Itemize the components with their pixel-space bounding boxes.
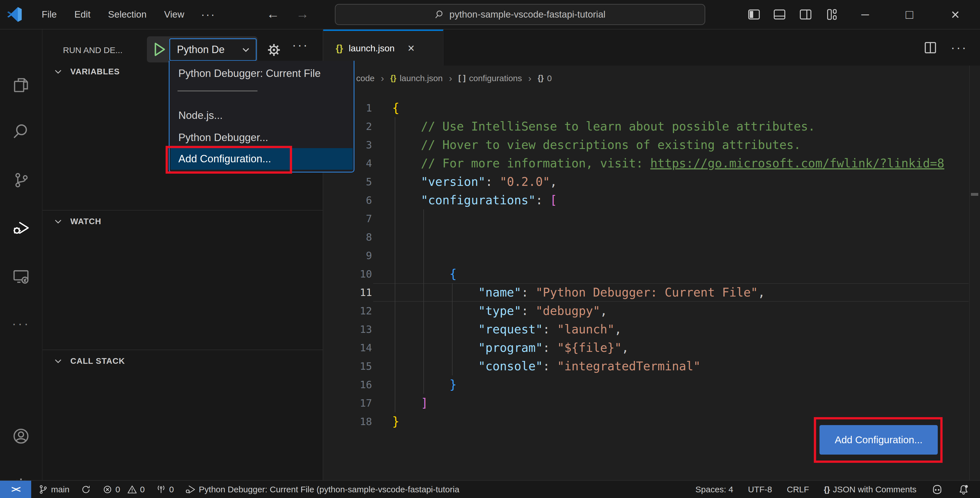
menu-more-icon[interactable]: ··· xyxy=(193,8,224,21)
config-option-node-js[interactable]: Node.js... xyxy=(170,105,353,125)
remote-explorer-icon[interactable] xyxy=(0,260,42,294)
run-and-debug-icon[interactable] xyxy=(0,211,42,245)
eol-item[interactable]: CRLF xyxy=(787,485,809,494)
toggle-secondary-sidebar-icon[interactable] xyxy=(796,0,816,29)
minimize-icon[interactable]: ─ xyxy=(855,0,875,29)
editor-actions: ··· xyxy=(924,30,967,65)
git-branch-item[interactable]: main xyxy=(38,484,70,495)
brackets-icon: [ ] xyxy=(458,74,466,83)
code-line[interactable]: 11"name": "Python Debugger: Current File… xyxy=(323,283,980,302)
code-token: : xyxy=(543,341,557,355)
line-number[interactable]: 17 xyxy=(323,394,372,412)
annotation-red-box-dropdown xyxy=(165,146,292,174)
toggle-panel-icon[interactable] xyxy=(770,0,789,29)
status-bar-left: main 0 0 0 xyxy=(38,481,460,498)
line-content: { xyxy=(392,99,399,117)
breadcrumb-item-launch-json[interactable]: {}launch.json xyxy=(390,73,443,83)
tab-launch-json[interactable]: {} launch.json × xyxy=(323,30,444,65)
code-line[interactable]: 6"configurations": [ xyxy=(323,191,980,209)
code-line[interactable]: 1{ xyxy=(323,99,980,117)
line-number[interactable]: 18 xyxy=(323,412,372,431)
line-number[interactable]: 16 xyxy=(323,375,372,394)
code-line[interactable]: 14"program": "${file}", xyxy=(323,338,980,357)
open-launch-json-gear-icon[interactable] xyxy=(266,42,282,58)
line-number[interactable]: 5 xyxy=(323,172,372,191)
forward-arrow[interactable]: → xyxy=(293,0,312,29)
code-line[interactable]: 3// Hover to view descriptions of existi… xyxy=(323,136,980,154)
line-number[interactable]: 11 xyxy=(323,283,372,302)
search-icon[interactable] xyxy=(0,114,42,148)
line-number[interactable]: 10 xyxy=(323,265,372,283)
encoding-item[interactable]: UTF-8 xyxy=(748,485,772,494)
code-line[interactable]: 17] xyxy=(323,394,980,412)
toggle-sidebar-icon[interactable] xyxy=(744,0,764,29)
problems-item[interactable]: 0 0 xyxy=(102,484,145,495)
more-icon[interactable]: ··· xyxy=(0,306,42,340)
line-number[interactable]: 7 xyxy=(323,209,372,228)
debug-status-item[interactable]: Python Debugger: Current File (python-sa… xyxy=(185,484,460,495)
menu-edit[interactable]: Edit xyxy=(65,5,99,24)
line-number[interactable]: 9 xyxy=(323,246,372,265)
config-option-python-debugger-current-file[interactable]: Python Debugger: Current File xyxy=(170,64,353,83)
code-token: "version" xyxy=(421,175,485,189)
editor-tab-bar: {} launch.json × ··· xyxy=(323,30,980,65)
breadcrumb-item-code[interactable]: code xyxy=(356,73,375,83)
line-number[interactable]: 12 xyxy=(323,302,372,320)
close-tab-icon[interactable]: × xyxy=(408,42,415,55)
code-line[interactable]: 12"type": "debugpy", xyxy=(323,302,980,320)
code-line[interactable]: 15"console": "integratedTerminal" xyxy=(323,357,980,375)
debug-configuration-select[interactable]: Python De xyxy=(169,38,257,61)
menu-file[interactable]: File xyxy=(33,5,65,24)
line-number[interactable]: 8 xyxy=(323,228,372,246)
error-count: 0 xyxy=(115,485,120,494)
config-option-python-debugger[interactable]: Python Debugger... xyxy=(170,128,353,148)
error-icon xyxy=(102,484,113,495)
code-line[interactable]: 13"request": "launch", xyxy=(323,320,980,338)
sidebar-more-actions-icon[interactable]: ··· xyxy=(292,38,309,52)
notifications-item[interactable] xyxy=(958,484,969,495)
code-token: "configurations" xyxy=(421,193,536,207)
code-line[interactable]: 5"version": "0.2.0", xyxy=(323,172,980,191)
account-icon[interactable] xyxy=(0,419,42,453)
line-number[interactable]: 14 xyxy=(323,338,372,357)
section-watch[interactable]: WATCH xyxy=(43,213,323,230)
start-debugging-button[interactable] xyxy=(151,42,167,57)
copilot-item[interactable] xyxy=(931,484,943,495)
line-number[interactable]: 13 xyxy=(323,320,372,338)
customize-layout-icon[interactable] xyxy=(822,0,842,29)
more-actions-icon[interactable]: ··· xyxy=(951,41,967,55)
debug-icon xyxy=(185,484,196,495)
ports-item[interactable]: 0 xyxy=(156,484,174,495)
json-icon: {} xyxy=(336,43,343,54)
code-token: , xyxy=(758,286,765,299)
code-line[interactable]: 8 xyxy=(323,228,980,246)
search-value: python-sample-vscode-fastapi-tutorial xyxy=(449,9,605,20)
breadcrumb-item-configurations[interactable]: [ ]configurations xyxy=(458,73,522,83)
source-control-icon[interactable] xyxy=(0,163,42,197)
section-call-stack[interactable]: CALL STACK xyxy=(43,353,323,369)
breadcrumb-item-0[interactable]: {}0 xyxy=(538,73,552,83)
maximize-icon[interactable]: □ xyxy=(899,0,919,29)
remote-indicator[interactable]: >< xyxy=(0,481,31,498)
explorer-icon[interactable] xyxy=(0,68,42,102)
menu-selection[interactable]: Selection xyxy=(99,5,155,24)
code-line[interactable]: 4// For more information, visit: https:/… xyxy=(323,154,980,172)
language-mode-item[interactable]: {} JSON with Comments xyxy=(824,485,916,494)
indentation-item[interactable]: Spaces: 4 xyxy=(695,485,733,494)
overview-ruler[interactable] xyxy=(969,65,970,480)
code-line[interactable]: 9 xyxy=(323,246,980,265)
split-editor-icon[interactable] xyxy=(924,41,937,54)
code-line[interactable]: 16} xyxy=(323,375,980,394)
code-line[interactable]: 10{ xyxy=(323,265,980,283)
ports-icon xyxy=(156,484,166,495)
back-arrow[interactable]: ← xyxy=(263,0,283,29)
line-number[interactable]: 15 xyxy=(323,357,372,375)
sync-item[interactable] xyxy=(81,484,91,495)
line-number[interactable]: 6 xyxy=(323,191,372,209)
code-line[interactable]: 2// Use IntelliSense to learn about poss… xyxy=(323,117,980,136)
code-line[interactable]: 7 xyxy=(323,209,980,228)
sync-icon xyxy=(81,484,91,495)
close-icon[interactable]: × xyxy=(945,0,965,29)
command-center-search[interactable]: python-sample-vscode-fastapi-tutorial xyxy=(335,4,705,25)
menu-view[interactable]: View xyxy=(155,5,193,24)
